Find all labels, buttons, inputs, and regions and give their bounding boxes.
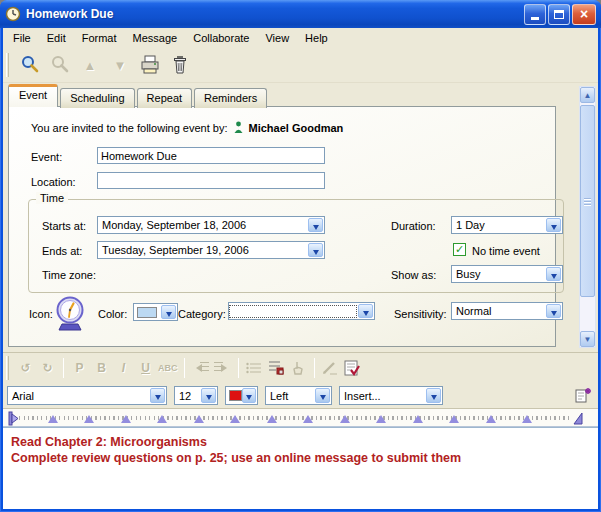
color-dropdown[interactable] xyxy=(133,303,178,321)
category-dropdown[interactable] xyxy=(228,302,375,320)
tab-stop[interactable] xyxy=(267,415,277,423)
tab-stop[interactable] xyxy=(522,415,532,423)
menu-view[interactable]: View xyxy=(257,29,297,47)
sensitivity-dropdown[interactable]: Normal xyxy=(451,302,563,320)
right-indent-marker[interactable] xyxy=(573,412,584,425)
event-label: Event: xyxy=(31,151,62,163)
tab-stop[interactable] xyxy=(48,415,58,423)
search-icon[interactable] xyxy=(17,52,43,78)
sensitivity-value: Normal xyxy=(452,305,545,317)
pointer-hand-icon[interactable] xyxy=(289,358,308,378)
tab-stop[interactable] xyxy=(376,415,386,423)
paragraph-style-icon[interactable]: P xyxy=(70,358,89,378)
show-as-value: Busy xyxy=(452,268,545,280)
chevron-down-icon[interactable] xyxy=(201,388,216,403)
ends-at-dropdown[interactable]: Tuesday, September 19, 2006 xyxy=(97,241,325,259)
left-indent-marker[interactable] xyxy=(8,411,20,426)
menu-format[interactable]: Format xyxy=(74,29,125,47)
redo-icon[interactable]: ↻ xyxy=(38,358,57,378)
tab-stop[interactable] xyxy=(413,415,423,423)
scroll-up-button[interactable]: ▲ xyxy=(580,87,595,103)
chevron-down-icon[interactable] xyxy=(308,218,323,232)
chevron-down-icon[interactable] xyxy=(546,304,561,318)
text-style-icon[interactable]: ABC xyxy=(158,358,178,378)
maximize-button[interactable] xyxy=(548,4,570,25)
vertical-scrollbar[interactable]: ▲ ▼ xyxy=(579,86,596,348)
starts-at-dropdown[interactable]: Monday, September 18, 2006 xyxy=(97,216,325,234)
bullet-list-icon[interactable] xyxy=(245,358,264,378)
chevron-down-icon[interactable] xyxy=(161,305,176,319)
chevron-down-icon[interactable] xyxy=(546,218,561,232)
minimize-button[interactable] xyxy=(524,4,546,25)
menu-edit[interactable]: Edit xyxy=(39,29,74,47)
delete-icon[interactable] xyxy=(167,52,193,78)
close-icon: × xyxy=(580,7,588,21)
font-toolbar: Arial 12 Left Insert... xyxy=(3,383,598,408)
tab-stop[interactable] xyxy=(303,415,313,423)
tab-stop[interactable] xyxy=(449,415,459,423)
close-button[interactable]: × xyxy=(572,4,596,25)
chevron-down-icon[interactable] xyxy=(546,267,561,281)
chevron-down-icon[interactable] xyxy=(426,388,441,403)
tab-stop[interactable] xyxy=(486,415,496,423)
tab-stop[interactable] xyxy=(157,415,167,423)
signature-pencil-icon[interactable] xyxy=(321,358,340,378)
font-family-dropdown[interactable]: Arial xyxy=(7,386,167,405)
insert-item-icon[interactable] xyxy=(574,387,592,405)
chevron-down-icon[interactable] xyxy=(242,388,256,403)
message-body[interactable]: Read Chapter 2: Microorganisms Complete … xyxy=(3,427,598,509)
online-response-icon[interactable] xyxy=(267,358,286,378)
chevron-down-icon[interactable] xyxy=(358,304,373,318)
underline-icon[interactable]: U xyxy=(136,358,155,378)
icon-label: Icon: xyxy=(29,308,53,320)
menu-file[interactable]: File xyxy=(5,29,39,47)
increase-indent-icon[interactable] xyxy=(213,358,232,378)
menu-collaborate[interactable]: Collaborate xyxy=(185,29,257,47)
tab-repeat[interactable]: Repeat xyxy=(137,88,192,108)
tab-stop[interactable] xyxy=(230,415,240,423)
chevron-down-icon[interactable] xyxy=(308,243,323,257)
font-color-dropdown[interactable] xyxy=(225,386,258,405)
show-as-dropdown[interactable]: Busy xyxy=(451,265,563,283)
no-time-event-checkbox[interactable]: ✓ xyxy=(453,243,466,256)
toolbar-grip[interactable] xyxy=(6,356,9,380)
tab-stop[interactable] xyxy=(121,415,131,423)
tab-event[interactable]: Event xyxy=(8,84,58,107)
scroll-down-button[interactable]: ▼ xyxy=(580,331,595,347)
previous-icon[interactable]: ▲ xyxy=(77,52,103,78)
tab-reminders[interactable]: Reminders xyxy=(194,88,267,108)
bold-icon[interactable]: B xyxy=(92,358,111,378)
main-toolbar: ▲ ▼ xyxy=(3,48,598,83)
tab-stop[interactable] xyxy=(84,415,94,423)
tab-scheduling[interactable]: Scheduling xyxy=(60,88,134,108)
scrollbar-thumb[interactable] xyxy=(580,105,595,297)
menu-message[interactable]: Message xyxy=(125,29,186,47)
next-icon[interactable]: ▼ xyxy=(107,52,133,78)
alignment-dropdown[interactable]: Left xyxy=(265,386,332,405)
duration-dropdown[interactable]: 1 Day xyxy=(451,216,563,234)
italic-icon[interactable]: I xyxy=(114,358,133,378)
menu-help[interactable]: Help xyxy=(297,29,336,47)
spell-check-icon[interactable] xyxy=(343,358,362,378)
separator xyxy=(238,358,239,378)
chevron-down-icon[interactable] xyxy=(315,388,330,403)
insert-dropdown[interactable]: Insert... xyxy=(339,386,443,405)
toolbar-grip[interactable] xyxy=(6,53,9,77)
separator xyxy=(314,358,315,378)
print-icon[interactable] xyxy=(137,52,163,78)
undo-icon[interactable]: ↺ xyxy=(16,358,35,378)
invited-label: You are invited to the following event b… xyxy=(31,122,228,134)
app-clock-icon[interactable] xyxy=(5,6,21,22)
tab-stop[interactable] xyxy=(340,415,350,423)
decrease-indent-icon[interactable] xyxy=(191,358,210,378)
font-size-dropdown[interactable]: 12 xyxy=(174,386,218,405)
titlebar[interactable]: Homework Due × xyxy=(0,0,601,28)
ruler xyxy=(3,408,598,427)
message-line: Complete review questions on p. 25; use … xyxy=(11,450,590,466)
location-input[interactable] xyxy=(97,172,325,189)
event-input[interactable] xyxy=(97,147,325,164)
tab-stop[interactable] xyxy=(194,415,204,423)
find-next-icon[interactable] xyxy=(47,52,73,78)
chevron-down-icon[interactable] xyxy=(150,388,165,403)
font-color-swatch xyxy=(229,390,242,401)
